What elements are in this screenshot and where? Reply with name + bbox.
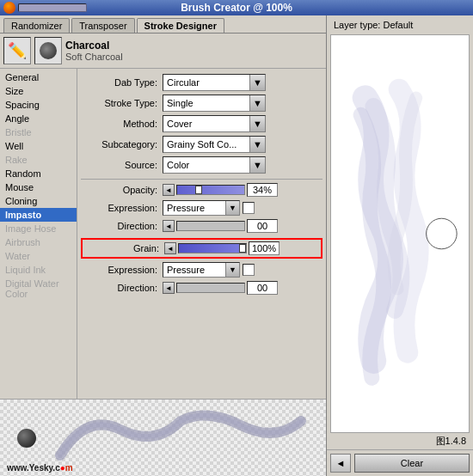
sidebar-item-mouse[interactable]: Mouse xyxy=(0,180,77,194)
category-sidebar: General Size Spacing Angle Bristle Well … xyxy=(0,69,77,399)
right-bottom-controls: ◄ Clear xyxy=(327,449,473,476)
tab-randomizer[interactable]: Randomizer xyxy=(3,18,70,33)
bottom-preview: www.Yesky.c●m xyxy=(0,399,326,476)
method-dropdown[interactable]: Cover ▼ xyxy=(163,115,266,132)
brush-icon-pencil: ✏️ xyxy=(3,37,31,64)
sidebar-item-liquid-ink: Liquid Ink xyxy=(0,263,77,277)
direction1-row: Direction: ◄ 00 xyxy=(81,219,322,233)
sidebar-item-well[interactable]: Well xyxy=(0,139,77,153)
source-value: Color xyxy=(163,160,249,170)
source-label: Source: xyxy=(81,160,163,170)
method-label: Method: xyxy=(81,119,163,129)
dab-type-label: Dab Type: xyxy=(81,77,163,88)
source-dropdown[interactable]: Color ▼ xyxy=(163,156,266,174)
grain-slider-track[interactable] xyxy=(178,243,247,253)
expression1-label: Expression: xyxy=(81,203,163,213)
grain-slider-left[interactable]: ◄ xyxy=(164,242,176,254)
preview-stroke-svg xyxy=(52,404,310,473)
fig-label: 图1.4.8 xyxy=(327,433,473,449)
stroke-type-dropdown[interactable]: Single ▼ xyxy=(163,95,266,112)
stroke-type-row: Stroke Type: Single ▼ xyxy=(81,95,322,112)
stroke-type-label: Stroke Type: xyxy=(81,98,163,108)
expression2-label: Expression: xyxy=(81,265,163,275)
sidebar-item-spacing[interactable]: Spacing xyxy=(0,98,77,112)
clear-button[interactable]: Clear xyxy=(354,454,470,473)
scrollbar-widget[interactable] xyxy=(18,3,87,12)
direction2-value: 00 xyxy=(247,281,278,295)
subcategory-row: Subcategory: Grainy Soft Co... ▼ xyxy=(81,136,322,153)
direction2-slider-left[interactable]: ◄ xyxy=(163,282,175,294)
sidebar-item-angle[interactable]: Angle xyxy=(0,112,77,125)
opacity-slider-left[interactable]: ◄ xyxy=(163,184,175,196)
expression1-row: Expression: Pressure ▼ xyxy=(81,200,322,216)
grain-label: Grain: xyxy=(84,243,164,253)
dab-type-value: Circular xyxy=(163,77,249,88)
brush-names: Charcoal Soft Charcoal xyxy=(65,40,123,62)
sidebar-item-bristle: Bristle xyxy=(0,125,77,139)
expression2-dropdown[interactable]: Pressure ▼ xyxy=(163,262,240,278)
svg-point-0 xyxy=(427,218,458,249)
sidebar-item-rake: Rake xyxy=(0,153,77,167)
right-panel: Layer type: Default 图1.4.8 xyxy=(327,15,473,476)
tabs-bar: Randomizer Transposer Stroke Designer xyxy=(0,15,326,34)
sidebar-item-general[interactable]: General xyxy=(0,70,77,84)
direction1-slider-left[interactable]: ◄ xyxy=(163,220,175,232)
sidebar-item-impasto[interactable]: Impasto xyxy=(0,208,77,222)
brush-subname: Soft Charcoal xyxy=(65,52,123,62)
dab-type-dropdown[interactable]: Circular ▼ xyxy=(163,74,266,91)
expression1-checkbox[interactable] xyxy=(243,202,255,214)
grain-value: 100% xyxy=(249,241,280,255)
dab-type-row: Dab Type: Circular ▼ xyxy=(81,74,322,91)
method-value: Cover xyxy=(163,119,249,129)
grain-row: Grain: ◄ 100% xyxy=(81,238,322,259)
direction1-label: Direction: xyxy=(81,221,163,231)
subcategory-label: Subcategory: xyxy=(81,139,163,150)
brush-name: Charcoal xyxy=(65,40,123,52)
expression2-value: Pressure xyxy=(163,265,225,275)
direction1-slider-track[interactable] xyxy=(176,221,245,231)
expression1-dropdown[interactable]: Pressure ▼ xyxy=(163,200,240,216)
nav-button[interactable]: ◄ xyxy=(330,454,351,473)
opacity-value: 34% xyxy=(247,183,278,197)
layer-type-label: Layer type: Default xyxy=(327,15,473,34)
tab-transposer[interactable]: Transposer xyxy=(71,18,134,33)
sidebar-item-cloning[interactable]: Cloning xyxy=(0,194,77,208)
opacity-row: Opacity: ◄ 34% xyxy=(81,183,322,197)
expression2-row: Expression: Pressure ▼ xyxy=(81,262,322,278)
subcategory-value: Grainy Soft Co... xyxy=(163,139,249,150)
sidebar-item-random[interactable]: Random xyxy=(0,167,77,180)
opacity-label: Opacity: xyxy=(81,185,163,195)
sidebar-item-size[interactable]: Size xyxy=(0,84,77,98)
sidebar-item-digital-water-color: Digital Water Color xyxy=(0,277,77,301)
method-row: Method: Cover ▼ xyxy=(81,115,322,132)
direction1-value: 00 xyxy=(247,219,278,233)
preview-dot xyxy=(17,429,36,448)
window-title: Brush Creator @ 100% xyxy=(181,2,292,14)
source-row: Source: Color ▼ xyxy=(81,156,322,174)
expression2-checkbox[interactable] xyxy=(243,264,255,276)
brush-preview-svg xyxy=(331,35,469,432)
sidebar-item-image-hose: Image Hose xyxy=(0,222,77,235)
tab-stroke-designer[interactable]: Stroke Designer xyxy=(137,18,224,33)
expression1-value: Pressure xyxy=(163,203,225,213)
app-icon xyxy=(3,2,15,14)
subcategory-dropdown[interactable]: Grainy Soft Co... ▼ xyxy=(163,136,266,153)
sidebar-item-airbrush: Airbrush xyxy=(0,235,77,249)
brush-header: ✏️ Charcoal Soft Charcoal xyxy=(0,34,326,69)
opacity-slider-track[interactable] xyxy=(176,185,245,195)
stroke-type-value: Single xyxy=(163,98,249,108)
direction2-row: Direction: ◄ 00 xyxy=(81,281,322,295)
settings-panel: Dab Type: Circular ▼ Stroke Type: Single… xyxy=(77,69,326,399)
sidebar-item-water: Water xyxy=(0,249,77,263)
preview-canvas xyxy=(330,34,470,433)
brush-icon-dot xyxy=(34,37,62,64)
direction2-slider-track[interactable] xyxy=(176,283,245,293)
direction2-label: Direction: xyxy=(81,283,163,293)
watermark: www.Yesky.c●m xyxy=(7,463,73,473)
